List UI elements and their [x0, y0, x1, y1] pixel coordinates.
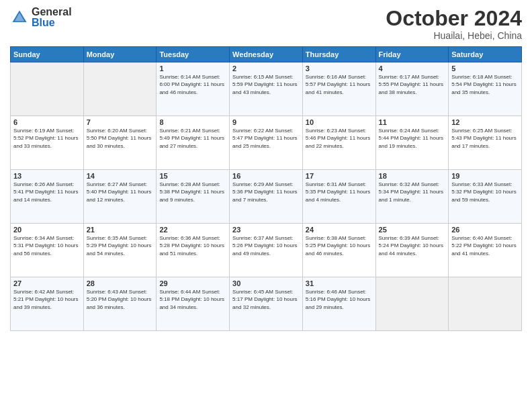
- cell-content: Sunrise: 6:18 AM Sunset: 5:54 PM Dayligh…: [451, 73, 519, 96]
- calendar-cell: 26Sunrise: 6:40 AM Sunset: 5:22 PM Dayli…: [449, 224, 522, 277]
- cell-content: Sunrise: 6:15 AM Sunset: 5:59 PM Dayligh…: [232, 73, 300, 96]
- cell-content: Sunrise: 6:19 AM Sunset: 5:52 PM Dayligh…: [13, 127, 81, 150]
- day-number: 19: [451, 172, 519, 180]
- cell-content: Sunrise: 6:23 AM Sunset: 5:46 PM Dayligh…: [306, 127, 373, 150]
- calendar-cell: 19Sunrise: 6:33 AM Sunset: 5:32 PM Dayli…: [449, 170, 522, 224]
- calendar-cell: 31Sunrise: 6:46 AM Sunset: 5:16 PM Dayli…: [302, 277, 375, 331]
- day-number: 2: [232, 64, 300, 73]
- calendar-cell: 27Sunrise: 6:42 AM Sunset: 5:21 PM Dayli…: [11, 277, 84, 331]
- cell-content: Sunrise: 6:16 AM Sunset: 5:57 PM Dayligh…: [306, 73, 373, 96]
- cell-content: Sunrise: 6:34 AM Sunset: 5:31 PM Dayligh…: [13, 234, 81, 257]
- calendar-cell: [449, 277, 522, 331]
- calendar-cell: 2Sunrise: 6:15 AM Sunset: 5:59 PM Daylig…: [230, 62, 303, 116]
- page-header: General Blue October 2024 Huailai, Hebei…: [10, 7, 522, 41]
- day-number: 31: [306, 279, 373, 287]
- day-number: 12: [451, 118, 519, 126]
- day-number: 22: [159, 226, 226, 234]
- calendar-cell: 22Sunrise: 6:36 AM Sunset: 5:28 PM Dayli…: [157, 224, 230, 277]
- calendar-header-row: SundayMondayTuesdayWednesdayThursdayFrid…: [11, 47, 522, 62]
- day-number: 9: [232, 118, 300, 126]
- cell-content: Sunrise: 6:38 AM Sunset: 5:25 PM Dayligh…: [306, 234, 373, 257]
- calendar-cell: 4Sunrise: 6:17 AM Sunset: 5:55 PM Daylig…: [375, 62, 449, 116]
- day-number: 17: [306, 172, 373, 180]
- day-number: 29: [159, 279, 226, 287]
- day-number: 10: [306, 118, 373, 126]
- day-number: 15: [159, 172, 226, 180]
- cell-content: Sunrise: 6:35 AM Sunset: 5:29 PM Dayligh…: [87, 234, 154, 257]
- title-block: October 2024 Huailai, Hebei, China: [386, 7, 522, 41]
- calendar-cell: 30Sunrise: 6:45 AM Sunset: 5:17 PM Dayli…: [230, 277, 303, 331]
- month-title: October 2024: [386, 7, 522, 30]
- cell-content: Sunrise: 6:14 AM Sunset: 6:00 PM Dayligh…: [159, 73, 226, 96]
- calendar-cell: 7Sunrise: 6:20 AM Sunset: 5:50 PM Daylig…: [83, 116, 157, 170]
- calendar-week-row: 6Sunrise: 6:19 AM Sunset: 5:52 PM Daylig…: [11, 116, 522, 170]
- cell-content: Sunrise: 6:17 AM Sunset: 5:55 PM Dayligh…: [379, 73, 446, 96]
- cell-content: Sunrise: 6:26 AM Sunset: 5:41 PM Dayligh…: [13, 181, 81, 203]
- calendar-week-row: 1Sunrise: 6:14 AM Sunset: 6:00 PM Daylig…: [11, 62, 522, 116]
- calendar-cell: 13Sunrise: 6:26 AM Sunset: 5:41 PM Dayli…: [11, 170, 84, 224]
- calendar-cell: 17Sunrise: 6:31 AM Sunset: 5:35 PM Dayli…: [302, 170, 375, 224]
- day-number: 27: [13, 279, 81, 287]
- calendar-table: SundayMondayTuesdayWednesdayThursdayFrid…: [10, 46, 522, 331]
- day-number: 24: [306, 226, 373, 234]
- day-number: 26: [451, 226, 519, 234]
- cell-content: Sunrise: 6:40 AM Sunset: 5:22 PM Dayligh…: [451, 234, 519, 257]
- day-number: 23: [232, 226, 300, 234]
- calendar-cell: [11, 62, 84, 116]
- calendar-cell: 14Sunrise: 6:27 AM Sunset: 5:40 PM Dayli…: [83, 170, 157, 224]
- calendar-week-row: 27Sunrise: 6:42 AM Sunset: 5:21 PM Dayli…: [11, 277, 522, 331]
- cell-content: Sunrise: 6:21 AM Sunset: 5:49 PM Dayligh…: [159, 127, 226, 150]
- day-number: 18: [379, 172, 446, 180]
- location-subtitle: Huailai, Hebei, China: [386, 30, 522, 41]
- calendar-cell: 5Sunrise: 6:18 AM Sunset: 5:54 PM Daylig…: [449, 62, 522, 116]
- cell-content: Sunrise: 6:32 AM Sunset: 5:34 PM Dayligh…: [379, 181, 446, 203]
- day-number: 14: [87, 172, 154, 180]
- calendar-cell: 16Sunrise: 6:29 AM Sunset: 5:36 PM Dayli…: [230, 170, 303, 224]
- calendar-cell: 6Sunrise: 6:19 AM Sunset: 5:52 PM Daylig…: [11, 116, 84, 170]
- calendar-cell: 1Sunrise: 6:14 AM Sunset: 6:00 PM Daylig…: [157, 62, 230, 116]
- cell-content: Sunrise: 6:22 AM Sunset: 5:47 PM Dayligh…: [232, 127, 300, 150]
- cell-content: Sunrise: 6:28 AM Sunset: 5:38 PM Dayligh…: [159, 181, 226, 203]
- day-number: 6: [13, 118, 81, 126]
- cell-content: Sunrise: 6:46 AM Sunset: 5:16 PM Dayligh…: [306, 288, 373, 311]
- cell-content: Sunrise: 6:45 AM Sunset: 5:17 PM Dayligh…: [232, 288, 300, 311]
- column-header-sunday: Sunday: [11, 47, 84, 62]
- day-number: 20: [13, 226, 81, 234]
- day-number: 4: [379, 64, 446, 73]
- day-number: 11: [379, 118, 446, 126]
- day-number: 21: [87, 226, 154, 234]
- logo-general: General: [32, 7, 72, 17]
- cell-content: Sunrise: 6:39 AM Sunset: 5:24 PM Dayligh…: [379, 234, 446, 257]
- day-number: 7: [87, 118, 154, 126]
- cell-content: Sunrise: 6:31 AM Sunset: 5:35 PM Dayligh…: [306, 181, 373, 203]
- calendar-cell: 12Sunrise: 6:25 AM Sunset: 5:43 PM Dayli…: [449, 116, 522, 170]
- column-header-monday: Monday: [83, 47, 157, 62]
- day-number: 28: [87, 279, 154, 287]
- calendar-cell: 25Sunrise: 6:39 AM Sunset: 5:24 PM Dayli…: [375, 224, 449, 277]
- calendar-cell: 3Sunrise: 6:16 AM Sunset: 5:57 PM Daylig…: [302, 62, 375, 116]
- calendar-cell: 8Sunrise: 6:21 AM Sunset: 5:49 PM Daylig…: [157, 116, 230, 170]
- cell-content: Sunrise: 6:27 AM Sunset: 5:40 PM Dayligh…: [87, 181, 154, 203]
- calendar-cell: 20Sunrise: 6:34 AM Sunset: 5:31 PM Dayli…: [11, 224, 84, 277]
- day-number: 1: [159, 64, 226, 73]
- cell-content: Sunrise: 6:37 AM Sunset: 5:26 PM Dayligh…: [232, 234, 300, 257]
- cell-content: Sunrise: 6:43 AM Sunset: 5:20 PM Dayligh…: [87, 288, 154, 311]
- calendar-cell: 11Sunrise: 6:24 AM Sunset: 5:44 PM Dayli…: [375, 116, 449, 170]
- cell-content: Sunrise: 6:20 AM Sunset: 5:50 PM Dayligh…: [87, 127, 154, 150]
- calendar-cell: 23Sunrise: 6:37 AM Sunset: 5:26 PM Dayli…: [230, 224, 303, 277]
- day-number: 16: [232, 172, 300, 180]
- calendar-week-row: 13Sunrise: 6:26 AM Sunset: 5:41 PM Dayli…: [11, 170, 522, 224]
- calendar-cell: 21Sunrise: 6:35 AM Sunset: 5:29 PM Dayli…: [83, 224, 157, 277]
- calendar-cell: 18Sunrise: 6:32 AM Sunset: 5:34 PM Dayli…: [375, 170, 449, 224]
- calendar-week-row: 20Sunrise: 6:34 AM Sunset: 5:31 PM Dayli…: [11, 224, 522, 277]
- calendar-cell: 24Sunrise: 6:38 AM Sunset: 5:25 PM Dayli…: [302, 224, 375, 277]
- day-number: 8: [159, 118, 226, 126]
- cell-content: Sunrise: 6:42 AM Sunset: 5:21 PM Dayligh…: [13, 288, 81, 311]
- calendar-cell: 29Sunrise: 6:44 AM Sunset: 5:18 PM Dayli…: [157, 277, 230, 331]
- cell-content: Sunrise: 6:25 AM Sunset: 5:43 PM Dayligh…: [451, 127, 519, 150]
- column-header-thursday: Thursday: [302, 47, 375, 62]
- cell-content: Sunrise: 6:24 AM Sunset: 5:44 PM Dayligh…: [379, 127, 446, 150]
- logo: General Blue: [10, 7, 72, 28]
- logo-text: General Blue: [32, 7, 72, 28]
- cell-content: Sunrise: 6:36 AM Sunset: 5:28 PM Dayligh…: [159, 234, 226, 257]
